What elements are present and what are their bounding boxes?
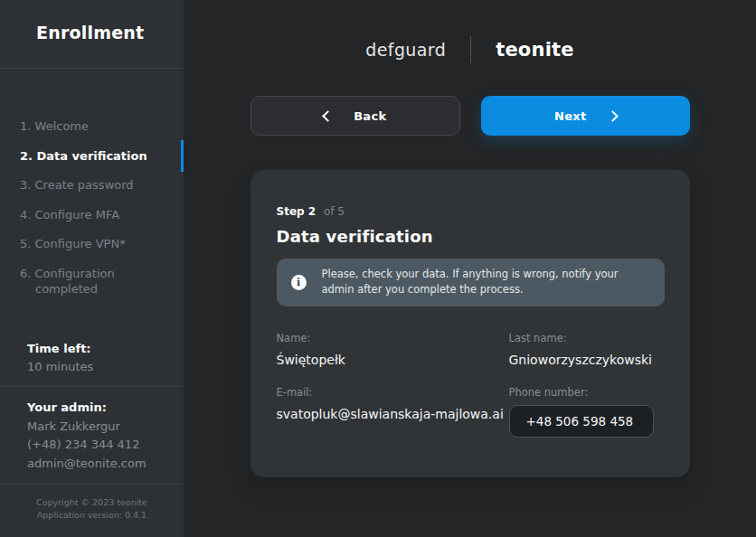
info-icon: i (291, 275, 307, 290)
info-message: Please, check your data. If anything is … (322, 267, 652, 298)
admin-name: Mark Zukkergur (27, 419, 165, 435)
name-value: Świętopełk (277, 353, 509, 367)
sidebar-step-create-password[interactable]: 3. Create password (20, 177, 184, 193)
app-version-text: Application version: 0.4.1 (0, 509, 184, 522)
admin-label: Your admin: (27, 400, 165, 414)
admin-section: Your admin: Mark Zukkergur (+48) 234 344… (0, 387, 184, 472)
step-indicator-current: Step 2 (277, 205, 317, 218)
enrollment-sidebar: Enrollment 1. Welcome 2. Data verificati… (0, 0, 184, 537)
phone-number-input[interactable] (509, 405, 654, 438)
sidebar-step-data-verification[interactable]: 2. Data verification (20, 148, 184, 165)
info-banner: i Please, check your data. If anything i… (277, 259, 665, 306)
sidebar-step-configuration-completed[interactable]: 6. Configuration completed (20, 266, 184, 297)
next-button-label: Next (554, 109, 587, 123)
card-title: Data verification (277, 227, 665, 246)
brand-header: defguard teonite (184, 0, 756, 63)
step-indicator-total: of 5 (324, 205, 345, 218)
email-value: svatopluk@slawianskaja-majlowa.ai (277, 407, 509, 421)
name-label: Name: (277, 332, 509, 344)
field-last-name: Last name: Gnioworzyszczykowski (509, 332, 665, 367)
field-phone: Phone number: (509, 386, 665, 438)
admin-phone: (+48) 234 344 412 (27, 437, 165, 453)
user-data-fields: Name: Świętopełk Last name: Gnioworzyszc… (277, 332, 665, 438)
admin-email: admin@teonite.com (27, 456, 165, 472)
defguard-logo: defguard (365, 40, 446, 60)
back-button[interactable]: Back (250, 96, 461, 136)
step-indicator: Step 2 of 5 (277, 205, 665, 218)
main-content: defguard teonite Back Next Step 2 of 5 D… (184, 0, 756, 537)
last-name-value: Gnioworzyszczykowski (509, 353, 665, 367)
logo-divider (470, 36, 471, 63)
sidebar-step-configure-vpn[interactable]: 5. Configure VPN* (20, 236, 184, 252)
chevron-left-icon (322, 110, 334, 122)
data-verification-card: Step 2 of 5 Data verification i Please, … (250, 170, 690, 477)
field-email: E-mail: svatopluk@slawianskaja-majlowa.a… (277, 386, 509, 438)
sidebar-title: Enrollment (0, 0, 184, 69)
chevron-right-icon (607, 110, 619, 122)
teonite-logo: teonite (496, 39, 574, 61)
phone-label: Phone number: (509, 386, 665, 399)
field-name: Name: Świętopełk (277, 332, 509, 367)
email-label: E-mail: (277, 386, 509, 399)
wizard-navigation: Back Next (250, 96, 690, 136)
time-left-label: Time left: (27, 342, 165, 355)
last-name-label: Last name: (509, 332, 665, 344)
sidebar-step-welcome[interactable]: 1. Welcome (20, 118, 184, 135)
step-list: 1. Welcome 2. Data verification 3. Creat… (0, 118, 184, 297)
sidebar-step-configure-mfa[interactable]: 4. Configure MFA (20, 207, 184, 223)
next-button[interactable]: Next (481, 96, 690, 136)
sidebar-footer: Copyright © 2023 teonite Application ver… (0, 485, 184, 522)
copyright-text: Copyright © 2023 teonite (0, 496, 184, 509)
time-left-section: Time left: 10 minutes (0, 342, 184, 373)
time-left-value: 10 minutes (27, 360, 165, 373)
back-button-label: Back (354, 109, 386, 123)
